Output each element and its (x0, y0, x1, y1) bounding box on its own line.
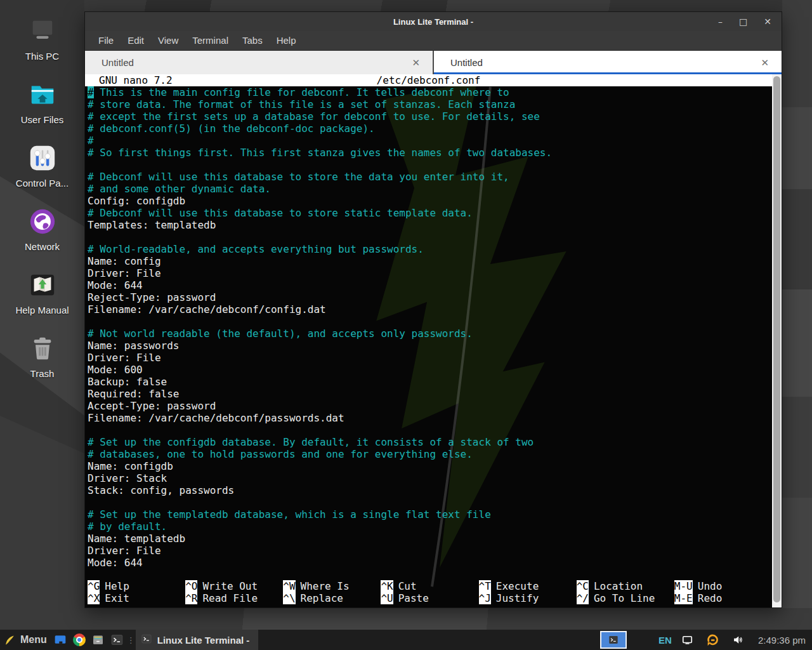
volume-icon[interactable] (729, 630, 748, 650)
menu-item-file[interactable]: File (91, 31, 121, 50)
desktop-icon-this-pc[interactable]: This PC (4, 17, 81, 62)
menu-item-view[interactable]: View (151, 31, 185, 50)
editor-line: Driver: Stack (88, 472, 772, 484)
nano-shortcut-justify[interactable]: ^JJustify (479, 592, 577, 604)
shortcut-key: ^\ (283, 592, 295, 604)
nano-shortcut-help[interactable]: ^GHelp (88, 580, 185, 592)
tray-terminal-selector[interactable] (600, 631, 627, 649)
desktop-icon-label: User Files (21, 114, 64, 125)
window-controls: –□✕ (718, 12, 782, 31)
nano-shortcut-execute[interactable]: ^TExecute (479, 580, 577, 592)
nano-shortcut-write-out[interactable]: ^OWrite Out (185, 580, 283, 592)
trash-icon (28, 334, 57, 363)
editor-line: Templates: templatedb (88, 219, 772, 231)
editor-line: # except the first sets up a database fo… (88, 110, 772, 123)
shortcut-label: Redo (698, 592, 723, 604)
minimize-button[interactable]: – (718, 12, 723, 31)
shortcut-key: M-U (674, 580, 693, 592)
editor-line: Config: configdb (88, 195, 772, 207)
shortcut-key: ^C (577, 580, 589, 592)
shortcut-key: ^X (88, 592, 100, 604)
terminal-area[interactable]: GNU nano 7.2 /etc/debconf.conf # This is… (85, 74, 782, 607)
close-button[interactable]: ✕ (764, 12, 771, 31)
editor-line (88, 424, 772, 436)
shortcut-label: Exit (105, 592, 129, 604)
menu-item-edit[interactable]: Edit (121, 31, 151, 50)
desktop-icon-trash[interactable]: Trash (4, 334, 81, 379)
nano-shortcut-replace[interactable]: ^\Replace (283, 592, 381, 604)
taskbar-handle[interactable]: ⋮⋮ (127, 635, 136, 645)
taskbar-window-button[interactable]: Linux Lite Terminal - (136, 630, 259, 650)
chrome-browser-icon[interactable] (70, 630, 89, 650)
clock[interactable]: 2:49:36 pm (758, 635, 806, 646)
nano-shortcut-read-file[interactable]: ^RRead File (185, 592, 283, 604)
update-manager-icon[interactable] (704, 630, 723, 650)
scrollbar[interactable] (772, 74, 782, 607)
tab-bar: Untitled✕Untitled✕ (85, 51, 782, 74)
display-settings-icon[interactable] (678, 630, 697, 650)
terminal-tab-2[interactable]: Untitled✕ (433, 51, 782, 74)
taskbar-window-label: Linux Lite Terminal - (157, 635, 250, 646)
editor-line: Name: configdb (88, 460, 772, 472)
menu-item-tabs[interactable]: Tabs (235, 31, 270, 50)
editor-line: # So first things first. This first stan… (88, 147, 772, 159)
shortcut-key: ^J (479, 592, 491, 604)
maximize-button[interactable]: □ (739, 12, 747, 31)
desktop-icon-help-manual[interactable]: Help Manual (4, 270, 81, 315)
editor-content[interactable]: # This is the main config file for debco… (85, 86, 772, 569)
terminal-launcher-icon[interactable] (108, 630, 127, 650)
editor-line: Filename: /var/cache/debconf/passwords.d… (88, 412, 772, 424)
menu-item-help[interactable]: Help (270, 31, 303, 50)
nano-shortcut-exit[interactable]: ^XExit (88, 592, 185, 604)
menu-button[interactable]: Menu (20, 634, 47, 646)
editor-line: # and some other dynamic data. (88, 183, 772, 195)
shortcut-label: Replace (301, 592, 343, 604)
shortcut-key: ^/ (577, 592, 589, 604)
tab-close-icon[interactable]: ✕ (761, 57, 769, 69)
help-manual-icon (28, 270, 57, 300)
editor-line: # This is the main config file for debco… (88, 86, 772, 98)
nano-shortcut-undo[interactable]: M-UUndo (674, 580, 772, 592)
desktop-icon-label: Help Manual (15, 305, 69, 315)
nano-shortcut-paste[interactable]: ^UPaste (381, 592, 478, 604)
nano-shortcut-location[interactable]: ^CLocation (577, 580, 674, 592)
editor-line (88, 231, 772, 243)
desktop-icon-user-files[interactable]: User Files (4, 80, 81, 125)
editor-line: # databases, one to hold passwords and o… (88, 448, 772, 460)
folder-home-icon (28, 80, 57, 109)
shortcut-key: ^W (283, 580, 295, 592)
menu-item-terminal[interactable]: Terminal (185, 31, 235, 50)
text-cursor: # (88, 86, 94, 98)
system-tray: EN 2:49:36 pm (600, 630, 812, 650)
editor-line: Name: config (88, 255, 772, 267)
shortcut-label: Cut (398, 580, 417, 592)
shortcut-label: Read File (202, 592, 258, 604)
desktop-icon-control-panel[interactable]: Control Pa... (4, 143, 81, 189)
shortcut-key: ^T (479, 580, 491, 592)
menu-feather-icon[interactable] (0, 630, 19, 650)
window-titlebar[interactable]: Linux Lite Terminal - –□✕ (85, 12, 782, 31)
wallpaper-facet (0, 608, 812, 630)
nano-shortcut-where-is[interactable]: ^WWhere Is (283, 580, 381, 592)
terminal-window: Linux Lite Terminal - –□✕ FileEditViewTe… (84, 11, 782, 608)
shortcut-key: ^K (381, 580, 393, 592)
tab-close-icon[interactable]: ✕ (412, 57, 420, 69)
wallpaper-facet (782, 0, 812, 630)
nano-shortcut-go-to-line[interactable]: ^/Go To Line (577, 592, 674, 604)
nano-shortcut-redo[interactable]: M-ERedo (674, 592, 772, 604)
desktop-icon-label: This PC (25, 51, 59, 62)
desktop-icon-network[interactable]: Network (4, 207, 81, 252)
computer-icon (28, 17, 57, 46)
file-manager-icon[interactable] (89, 630, 108, 650)
scrollbar-thumb[interactable] (773, 76, 780, 602)
keyboard-layout-indicator[interactable]: EN (658, 635, 672, 646)
editor-line: Mode: 644 (88, 557, 772, 569)
nano-shortcut-cut[interactable]: ^KCut (381, 580, 478, 592)
editor-line: Driver: File (88, 545, 772, 557)
editor-line: Mode: 600 (88, 364, 772, 376)
terminal-tab-1[interactable]: Untitled✕ (85, 51, 433, 74)
desktop-pager-icon[interactable] (51, 630, 70, 650)
editor-line: Name: templatedb (88, 533, 772, 545)
editor-line (88, 496, 772, 508)
shortcut-label: Write Out (202, 580, 258, 592)
